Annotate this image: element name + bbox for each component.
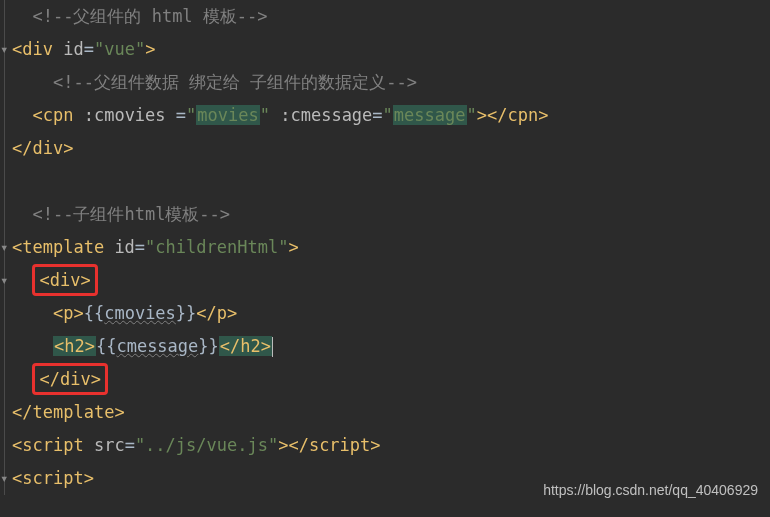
code-line[interactable]: <!--父组件的 html 模板--> [0, 0, 770, 33]
highlighted-tag: <h2> [53, 336, 96, 356]
expression-var: cmessage [116, 336, 198, 356]
code-line[interactable]: </div> [0, 132, 770, 165]
comment: <!--子组件html模板--> [32, 204, 230, 224]
code-line[interactable]: <!--父组件数据 绑定给 子组件的数据定义--> [0, 66, 770, 99]
fold-icon[interactable]: ▾ [0, 264, 8, 297]
code-line[interactable]: ▾<template id="childrenHtml"> [0, 231, 770, 264]
code-line[interactable]: </template> [0, 396, 770, 429]
code-line[interactable]: <h2>{{cmessage}}</h2> [0, 330, 770, 363]
comment: <!--父组件的 html 模板--> [32, 6, 267, 26]
code-line[interactable]: <script src="../js/vue.js"></script> [0, 429, 770, 462]
code-line[interactable]: <!--子组件html模板--> [0, 198, 770, 231]
highlighted-value: message [393, 105, 467, 125]
highlighted-box: </div> [32, 363, 107, 395]
code-line[interactable]: </div> [0, 363, 770, 396]
code-line[interactable]: ▾ <div> [0, 264, 770, 297]
code-editor[interactable]: <!--父组件的 html 模板--> ▾<div id="vue"> <!--… [0, 0, 770, 495]
fold-icon[interactable]: ▾ [0, 33, 8, 66]
code-line[interactable]: <cpn :cmovies ="movies" :cmessage="messa… [0, 99, 770, 132]
comment: <!--父组件数据 绑定给 子组件的数据定义--> [53, 72, 417, 92]
fold-icon[interactable]: ▾ [0, 231, 8, 264]
watermark: https://blog.csdn.net/qq_40406929 [543, 474, 758, 507]
highlighted-tag: </h2> [219, 336, 272, 356]
highlighted-box: <div> [32, 264, 97, 296]
expression-var: cmovies [104, 303, 176, 323]
code-line[interactable]: ▾<div id="vue"> [0, 33, 770, 66]
highlighted-value: movies [196, 105, 259, 125]
code-line[interactable]: <p>{{cmovies}}</p> [0, 297, 770, 330]
code-line[interactable] [0, 165, 770, 198]
fold-icon[interactable]: ▾ [0, 462, 8, 495]
caret-icon [272, 337, 273, 357]
